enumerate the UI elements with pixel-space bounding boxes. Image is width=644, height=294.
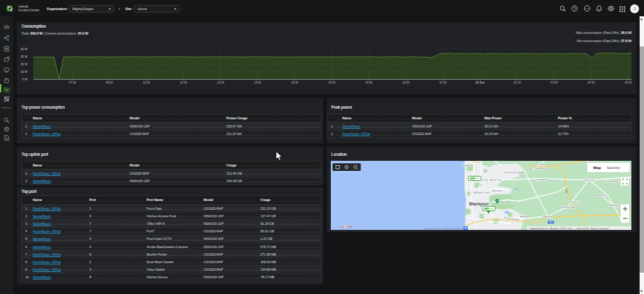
svg-text:Normoss: Normoss (492, 188, 503, 192)
svg-text:GARDENTOWN: GARDENTOWN (473, 192, 489, 194)
svg-text:30 W: 30 W (21, 55, 28, 58)
svg-text:40 W: 40 W (21, 48, 28, 51)
svg-text:15:00: 15:00 (254, 81, 262, 84)
svg-text:Mythop: Mythop (519, 214, 529, 217)
svg-text:Blackpool Zoo: Blackpool Zoo (500, 200, 518, 203)
svg-text:Bispham: Bispham (462, 163, 473, 166)
svg-text:Little: Little (538, 163, 544, 166)
svg-text:13:30: 13:30 (217, 81, 225, 84)
svg-text:01:30: 01:30 (513, 81, 521, 84)
svg-text:10:30: 10:30 (143, 81, 150, 84)
svg-text:Blackpool: Blackpool (469, 202, 489, 207)
svg-text:Greenhalgh: Greenhalgh (560, 205, 575, 209)
svg-text:04:30: 04:30 (587, 81, 595, 84)
svg-text:16:30: 16:30 (291, 81, 299, 84)
svg-text:16 Jun: 16 Jun (475, 81, 485, 84)
svg-text:10 W: 10 W (21, 70, 28, 74)
svg-text:18:00: 18:00 (328, 81, 336, 84)
svg-text:Map: Map (593, 165, 601, 170)
svg-text:07:30: 07:30 (69, 81, 76, 84)
svg-text:Roseacre: Roseacre (595, 193, 607, 197)
svg-text:Elswick: Elswick (585, 178, 594, 182)
svg-text:20 W: 20 W (21, 63, 28, 66)
svg-text:Google: Google (338, 224, 353, 229)
svg-text:Satellite: Satellite (607, 166, 621, 170)
svg-text:Singleton: Singleton (537, 177, 549, 180)
svg-text:Crossmoor: Crossmoor (606, 179, 619, 182)
svg-text:19:30: 19:30 (365, 81, 373, 84)
svg-text:12:00: 12:00 (180, 81, 187, 84)
svg-text:0 W: 0 W (22, 78, 28, 81)
svg-text:Poulton-le-Fylde: Poulton-le-Fylde (504, 171, 525, 174)
svg-text:22:30: 22:30 (440, 81, 447, 84)
svg-text:Keyboard shortcuts Map data: Keyboard shortcuts Map data ©2023 1 km ⎯… (530, 227, 609, 229)
svg-text:21:00: 21:00 (402, 81, 410, 84)
svg-text:Singleton: Singleton (535, 166, 547, 169)
svg-text:Keyboard shortcuts Map data ©: Keyboard shortcuts Map data ©2023 Google (424, 227, 468, 229)
svg-text:LITTLE CARLETON: LITTLE CARLETON (481, 179, 501, 182)
svg-text:M55: M55 (549, 221, 553, 224)
svg-text:03:00: 03:00 (550, 81, 558, 84)
svg-text:06:00: 06:00 (625, 81, 632, 84)
svg-text:Weeton: Weeton (543, 214, 553, 217)
svg-text:Esprick: Esprick (571, 200, 580, 203)
svg-text:Wharles: Wharles (609, 204, 619, 207)
svg-text:09:00: 09:00 (106, 81, 113, 84)
